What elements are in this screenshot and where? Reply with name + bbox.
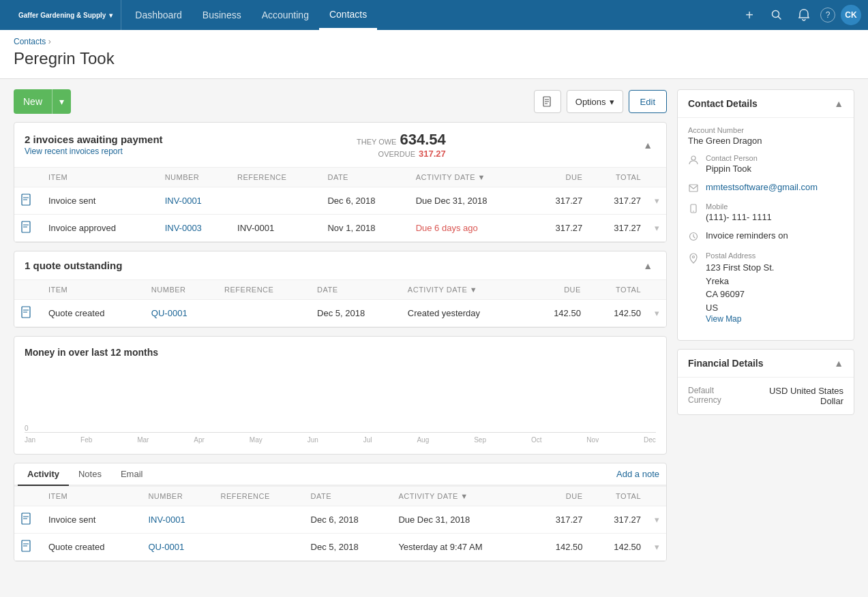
search-icon[interactable] <box>766 4 788 26</box>
mobile-content: Mobile (111)- 111- 1111 <box>706 202 772 222</box>
nav-dashboard[interactable]: Dashboard <box>125 0 192 30</box>
row-number[interactable]: QU-0001 <box>145 300 218 327</box>
col-action <box>648 168 666 187</box>
tab-notes[interactable]: Notes <box>69 463 111 486</box>
contact-person-label: Contact Person <box>706 154 758 162</box>
contact-details-body: Account Number The Green Dragon Contact … <box>678 118 854 340</box>
invoice-icon <box>21 194 32 206</box>
col-date-label: DATE <box>310 280 401 300</box>
nav-links: Dashboard Business Accounting Contacts <box>125 0 738 30</box>
user-avatar[interactable]: CK <box>841 5 861 25</box>
table-row: Invoice sent INV-0001 Dec 6, 2018 Due De… <box>14 187 666 215</box>
row-reference <box>214 506 304 534</box>
account-number-content: Account Number The Green Dragon <box>688 126 762 146</box>
row-expand[interactable]: ▾ <box>648 215 666 242</box>
col-number-label: NUMBER <box>158 168 230 187</box>
row-number[interactable]: QU-0001 <box>141 534 213 561</box>
invoices-header-left: 2 invoices awaiting payment View recent … <box>25 134 163 156</box>
page-header: Contacts › Peregrin Took <box>0 30 868 79</box>
row-number[interactable]: INV-0001 <box>141 506 213 534</box>
chart-label-jan: Jan <box>25 436 35 444</box>
col-activity-date-label: ACTIVITY DATE ▼ <box>409 168 531 187</box>
row-expand[interactable]: ▾ <box>648 506 666 534</box>
breadcrumb-contacts[interactable]: Contacts <box>14 37 46 46</box>
main-content: New ▾ Options ▾ Edit <box>0 79 868 580</box>
nav-business[interactable]: Business <box>192 0 252 30</box>
phone-icon <box>688 204 699 215</box>
col-item-label: ITEM <box>42 280 145 300</box>
row-date: Dec 6, 2018 <box>320 187 408 215</box>
email-icon <box>688 183 699 194</box>
address-line3: CA 96097 <box>706 288 774 301</box>
financial-details-header: Financial Details ▲ <box>678 350 854 378</box>
invoices-subtitle[interactable]: View recent invoices report <box>25 147 163 156</box>
options-dropdown-icon: ▾ <box>610 97 614 107</box>
document-button[interactable] <box>534 90 561 113</box>
overdue-label: OVERDUE <box>378 150 415 158</box>
toolbar-right: Options ▾ Edit <box>534 90 667 113</box>
notifications-icon[interactable] <box>793 4 815 26</box>
chart-label-aug: Aug <box>417 436 429 444</box>
brand-logo[interactable]: Gaffer Gardening & Supply ▾ <box>7 0 121 30</box>
chart-label-oct: Oct <box>531 436 542 444</box>
new-button-group: New ▾ <box>14 89 71 114</box>
invoices-collapse-button[interactable]: ▲ <box>640 140 656 151</box>
quotes-collapse-button[interactable]: ▲ <box>640 260 656 271</box>
clock-icon <box>688 232 699 243</box>
new-button[interactable]: New <box>14 89 52 114</box>
col-item-header <box>14 168 42 187</box>
row-date: Dec 6, 2018 <box>304 506 392 534</box>
nav-accounting[interactable]: Accounting <box>252 0 319 30</box>
col-action <box>648 487 666 506</box>
financial-details-collapse-button[interactable]: ▲ <box>834 358 843 369</box>
brand-name: Gaffer Gardening & Supply <box>18 12 106 19</box>
overdue-amount: 317.27 <box>419 149 446 159</box>
quotes-card-header: 1 quote outstanding ▲ <box>14 251 666 279</box>
row-number[interactable]: INV-0001 <box>158 187 230 215</box>
contact-person-row: Contact Person Pippin Took <box>688 154 843 174</box>
row-activity-date: Due Dec 31, 2018 <box>409 187 531 215</box>
contact-details-collapse-button[interactable]: ▲ <box>834 98 843 109</box>
account-number-value: The Green Dragon <box>688 136 762 146</box>
table-row: Quote created QU-0001 Dec 5, 2018 Create… <box>14 300 666 327</box>
col-activity-date-label: ACTIVITY DATE ▼ <box>391 487 531 506</box>
row-expand[interactable]: ▾ <box>648 187 666 215</box>
help-icon[interactable]: ? <box>820 7 835 22</box>
row-item: Invoice sent <box>42 187 158 215</box>
activity-invoice-icon <box>21 512 32 525</box>
postal-address-row: Postal Address 123 First Stop St. Yreka … <box>688 251 843 324</box>
chart-label-jul: Jul <box>363 436 372 444</box>
new-dropdown-arrow[interactable]: ▾ <box>52 89 71 114</box>
nav-contacts[interactable]: Contacts <box>319 0 377 30</box>
contact-details-card: Contact Details ▲ Account Number The Gre… <box>677 89 854 341</box>
address-line4: US <box>706 301 774 315</box>
chart-label-sep: Sep <box>474 436 486 444</box>
invoices-table-header: ITEM NUMBER REFERENCE DATE ACTIVITY DATE… <box>14 168 666 187</box>
activity-table: ITEM NUMBER REFERENCE DATE ACTIVITY DATE… <box>14 486 666 561</box>
tab-activity[interactable]: Activity <box>18 463 69 486</box>
svg-point-26 <box>693 256 695 258</box>
row-due: 317.27 <box>531 215 590 242</box>
activity-card: Activity Notes Email Add a note ITEM NUM… <box>14 463 667 562</box>
row-expand[interactable]: ▾ <box>648 300 666 327</box>
activity-table-header: ITEM NUMBER REFERENCE DATE ACTIVITY DATE… <box>14 487 666 506</box>
row-total: 142.50 <box>589 534 648 561</box>
row-date: Nov 1, 2018 <box>320 215 408 242</box>
they-owe-label: THEY OWE <box>357 138 396 146</box>
view-map-link[interactable]: View Map <box>706 314 774 324</box>
row-due: 317.27 <box>531 506 589 534</box>
quotes-table-header: ITEM NUMBER REFERENCE DATE ACTIVITY DATE… <box>14 280 666 300</box>
row-expand[interactable]: ▾ <box>648 534 666 561</box>
contact-person-content: Contact Person Pippin Took <box>706 154 758 174</box>
add-note-link[interactable]: Add a note <box>610 463 666 485</box>
add-icon[interactable]: + <box>738 4 760 26</box>
edit-button[interactable]: Edit <box>629 90 667 113</box>
options-button[interactable]: Options ▾ <box>567 90 623 113</box>
default-currency-row: Default Currency USD United States Dolla… <box>678 378 854 414</box>
col-action <box>648 280 666 300</box>
postal-address-label: Postal Address <box>706 251 774 260</box>
invoices-card: 2 invoices awaiting payment View recent … <box>14 122 667 243</box>
row-number[interactable]: INV-0003 <box>158 215 230 242</box>
tab-email[interactable]: Email <box>111 463 153 486</box>
email-value[interactable]: mmtestsoftware@gmail.com <box>706 182 818 192</box>
